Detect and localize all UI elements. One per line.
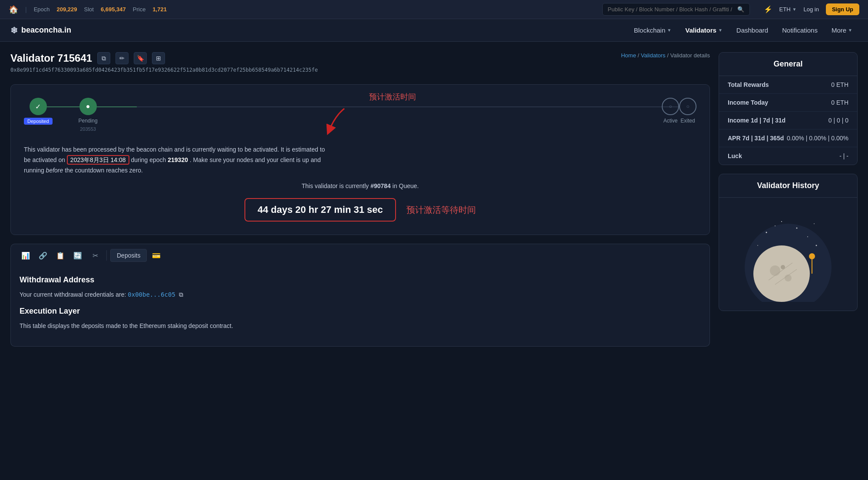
grid-button[interactable]: ⊞	[152, 52, 165, 64]
step-active: ○ Active	[662, 98, 679, 124]
nav-dashboard[interactable]: Dashboard	[731, 23, 773, 37]
step-deposited-label: Deposited	[24, 118, 53, 125]
eth-label: ETH	[779, 6, 791, 13]
date-highlight: 2023年8月3日 14:08	[67, 155, 129, 165]
general-row-total-rewards: Total Rewards 0 ETH	[719, 76, 857, 94]
nav-notifications[interactable]: Notifications	[777, 23, 823, 37]
nav-bar: ❄ beaconcha.in Blockchain ▼ Validators ▼…	[0, 19, 868, 42]
income-period-value: 0 | 0 | 0	[828, 117, 848, 124]
validator-header: Validator 715641 ⧉ ✏ 🔖 ⊞ 0x8e991f1cd45f7…	[10, 52, 710, 82]
price-value: 1,721	[152, 6, 167, 13]
svg-point-15	[809, 253, 815, 259]
breadcrumb-validators[interactable]: Validators	[641, 52, 666, 59]
step-pending-label: Pending	[79, 118, 98, 124]
signup-button[interactable]: Sign Up	[826, 3, 859, 15]
step-exited-label: Exited	[680, 118, 695, 124]
link-tab[interactable]: 🔗	[35, 248, 51, 263]
total-rewards-key: Total Rewards	[728, 81, 769, 88]
step-pending-sublabel: 203553	[80, 126, 96, 132]
step-exited-circle: ○	[679, 98, 696, 115]
svg-point-4	[807, 236, 808, 237]
svg-point-7	[781, 221, 782, 222]
queue-number: #90784	[370, 182, 391, 189]
search-input[interactable]	[608, 6, 734, 13]
doc-tab[interactable]: 📋	[53, 248, 68, 263]
general-row-apr: APR 7d | 31d | 365d 0.00% | 0.00% | 0.00…	[719, 129, 857, 147]
logo-text: beaconcha.in	[21, 26, 71, 35]
copy-button[interactable]: ⧉	[97, 52, 110, 64]
history-card: Validator History	[719, 174, 858, 311]
step-pending-circle: ●	[79, 98, 97, 115]
nav-blockchain[interactable]: Blockchain ▼	[629, 23, 677, 37]
moon-illustration	[732, 206, 845, 302]
moon-svg	[732, 206, 845, 302]
slot-label: Slot	[84, 6, 94, 13]
svg-point-1	[766, 232, 767, 233]
progress-line-bg	[41, 106, 679, 107]
right-panel: General Total Rewards 0 ETH Income Today…	[719, 52, 858, 347]
tabs-bar: 📊 🔗 📋 🔄 ✂ Deposits 💳	[10, 244, 710, 267]
luck-value: - | -	[839, 152, 848, 159]
edit-button[interactable]: ✏	[116, 52, 129, 64]
income-period-key: Income 1d | 7d | 31d	[728, 117, 785, 124]
countdown-label-cn: 预计激活等待时间	[406, 204, 476, 216]
bookmark-button[interactable]: 🔖	[134, 52, 147, 64]
withdrawal-section-title: Withdrawal Address	[20, 275, 701, 285]
history-title: Validator History	[719, 174, 857, 198]
income-today-value: 0 ETH	[831, 99, 848, 106]
deposits-tab[interactable]: Deposits	[110, 249, 147, 262]
site-logo[interactable]: ❄ beaconcha.in	[10, 25, 71, 36]
step-pending: ● Pending 203553	[79, 98, 98, 132]
general-row-income-period: Income 1d | 7d | 31d 0 | 0 | 0	[719, 112, 857, 129]
search-bar[interactable]: 🔍	[602, 3, 750, 16]
svg-point-3	[796, 228, 798, 229]
main-content: Validator 715641 ⧉ ✏ 🔖 ⊞ 0x8e991f1cd45f7…	[0, 42, 868, 357]
tool-tab[interactable]: ✂	[87, 248, 103, 263]
nav-validators[interactable]: Validators ▼	[680, 23, 728, 37]
general-title: General	[719, 53, 857, 76]
history-chart	[719, 198, 857, 311]
eth-chevron: ▼	[792, 7, 797, 12]
breadcrumb-current: Validator details	[670, 52, 710, 59]
refresh-tab[interactable]: 🔄	[70, 248, 86, 263]
countdown-row: 44 days 20 hr 27 min 31 sec 预计激活等待时间	[24, 198, 696, 222]
general-row-luck: Luck - | -	[719, 147, 857, 165]
breadcrumb-home[interactable]: Home	[621, 52, 636, 59]
svg-point-8	[814, 223, 815, 224]
price-label: Price	[133, 6, 146, 13]
breadcrumb: Home / Validators / Validator details	[621, 52, 710, 59]
svg-point-6	[816, 245, 817, 246]
home-icon[interactable]: 🏠	[9, 5, 18, 14]
apr-value: 0.00% | 0.00% | 0.00%	[787, 135, 848, 142]
withdrawal-text: Your current withdrawal credentials are:…	[20, 290, 701, 299]
epoch-value: 209,229	[57, 6, 77, 13]
svg-point-10	[770, 265, 780, 276]
copy-address-icon[interactable]: ⧉	[179, 291, 183, 298]
queue-text: This validator is currently #90784 in Qu…	[24, 182, 696, 189]
epoch-label: Epoch	[34, 6, 50, 13]
execution-text: This table displays the deposits made to…	[20, 321, 701, 331]
progress-track: ✓ Deposited ● Pending 203553 ○ Active ○ …	[24, 98, 696, 132]
withdrawal-address[interactable]: 0x00be...6c05	[128, 291, 175, 298]
login-button[interactable]: Log in	[803, 6, 818, 13]
validator-address: 0x8e991f1cd45f76330093a685fd0426423fb351…	[10, 67, 318, 73]
step-deposited-circle: ✓	[30, 98, 47, 115]
top-bar: 🏠 | Epoch 209,229 Slot 6,695,347 Price 1…	[0, 0, 868, 19]
card-tab[interactable]: 💳	[149, 248, 164, 263]
validator-title: Validator 715641	[10, 52, 92, 64]
general-row-income-today: Income Today 0 ETH	[719, 94, 857, 112]
nav-more[interactable]: More ▼	[826, 23, 858, 37]
luck-key: Luck	[728, 152, 742, 159]
step-active-circle: ○	[662, 98, 679, 115]
income-today-key: Income Today	[728, 99, 768, 106]
step-active-label: Active	[663, 118, 678, 124]
slot-value: 6,695,347	[101, 6, 126, 13]
tabs-content: Withdrawal Address Your current withdraw…	[10, 267, 710, 347]
lightning-icon: ⚡	[764, 5, 772, 13]
total-rewards-value: 0 ETH	[831, 81, 848, 88]
svg-point-2	[775, 225, 776, 226]
chart-tab[interactable]: 📊	[18, 248, 33, 263]
general-card: General Total Rewards 0 ETH Income Today…	[719, 52, 858, 165]
execution-section-title: Execution Layer	[20, 307, 701, 316]
eth-button[interactable]: ETH ▼	[779, 6, 797, 13]
